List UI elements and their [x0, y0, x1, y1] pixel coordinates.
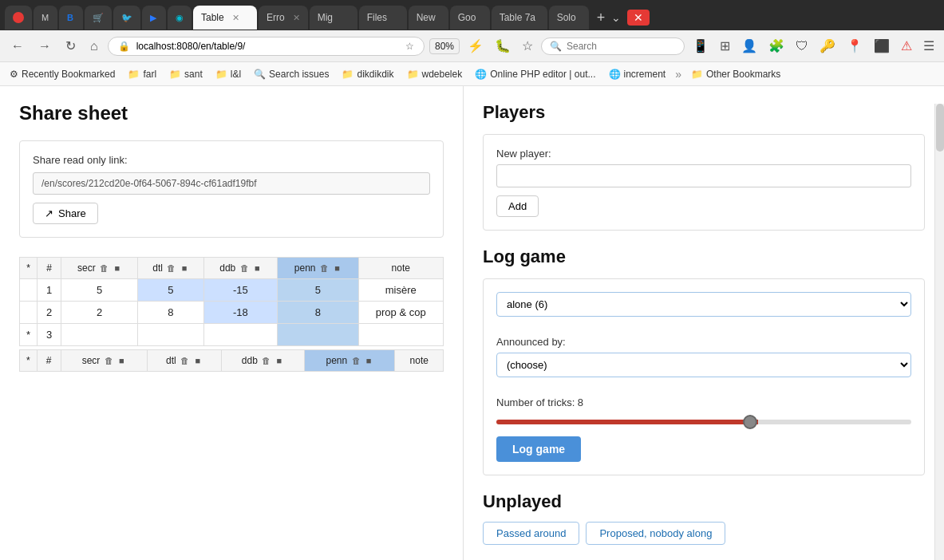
bug-icon[interactable]: 🐛	[492, 37, 514, 55]
device-icon[interactable]: 📱	[689, 37, 712, 55]
right-panel: Players New player: Add Log game alone (…	[463, 86, 944, 560]
scrollbar-thumb[interactable]	[936, 104, 944, 152]
secr-edit-btn[interactable]: ■	[113, 263, 121, 273]
page-title: Share sheet	[19, 102, 444, 124]
announced-by-select[interactable]: (choose) Player 1 Player 2	[496, 353, 911, 377]
tab-nav[interactable]: ▶	[142, 6, 166, 30]
bookmark-dikdikdik[interactable]: 📁 dikdikdik	[338, 67, 397, 81]
account-icon[interactable]: 👤	[738, 37, 760, 55]
tricks-slider[interactable]	[496, 420, 911, 424]
new-tab-button[interactable]: +	[597, 10, 606, 26]
address-input[interactable]: localhost:8080/en/table/9/	[136, 41, 399, 52]
dtl2-edit-btn[interactable]: ■	[193, 356, 202, 365]
bookmark-sant[interactable]: 📁 sant	[166, 67, 206, 81]
shield-icon[interactable]: 🛡	[792, 37, 812, 55]
new-player-input[interactable]	[496, 164, 911, 187]
penn2-edit-btn[interactable]: ■	[365, 356, 373, 365]
proposed-nobody-along-button[interactable]: Proposed, nobody along	[586, 522, 725, 545]
share-label: Share read only link:	[33, 154, 430, 166]
qr-icon[interactable]: ⬛	[871, 37, 893, 55]
col2-hash: #	[37, 350, 61, 372]
tab-shop[interactable]: 🛒	[85, 6, 112, 30]
tab-gmail[interactable]: M	[34, 6, 57, 30]
col2-dtl: dtl 🗑 ■	[147, 350, 221, 372]
more-bookmarks-btn[interactable]: »	[675, 68, 681, 81]
browser-search-bar[interactable]: 🔍	[541, 37, 685, 55]
bookmark-farl[interactable]: 📁 farl	[124, 67, 160, 81]
password-icon[interactable]: 🔑	[816, 37, 839, 55]
extension-icon[interactable]: 🧩	[765, 37, 788, 55]
passed-around-button[interactable]: Passed around	[483, 522, 579, 545]
lightning-icon[interactable]: ⚡	[464, 37, 487, 55]
bookmark-php[interactable]: 🌐 Online PHP editor | out...	[472, 67, 598, 81]
bookmark-wdebelek-label: wdebelek	[422, 69, 463, 80]
tab-list-button[interactable]: ⌄	[611, 11, 621, 24]
secr-delete-btn[interactable]: 🗑	[98, 263, 110, 273]
bookmark-star-icon[interactable]: ☆	[405, 41, 414, 52]
grid-icon[interactable]: ⊞	[717, 37, 733, 55]
col-penn: penn 🗑 ■	[278, 258, 358, 279]
tab-circle[interactable]: ◉	[168, 6, 192, 30]
close-browser-button[interactable]: ✕	[627, 10, 650, 26]
tab-new[interactable]: New	[409, 6, 448, 30]
bookmark-other[interactable]: 📁 Other Bookmarks	[688, 67, 784, 81]
tab-table[interactable]: Table ✕	[193, 6, 257, 30]
tab-goo[interactable]: Goo	[450, 6, 490, 30]
dtl2-delete-btn[interactable]: 🗑	[179, 356, 191, 365]
ddb-delete-btn[interactable]: 🗑	[239, 263, 251, 273]
ddb-edit-btn[interactable]: ■	[253, 263, 262, 273]
forward-button[interactable]: →	[34, 37, 56, 55]
bookmark-search-issues[interactable]: 🔍 Search issues	[251, 67, 332, 81]
secr2-edit-btn[interactable]: ■	[117, 356, 126, 365]
home-button[interactable]: ⌂	[85, 37, 103, 55]
tab-mig[interactable]: Mig	[310, 6, 357, 30]
dtl-delete-btn[interactable]: 🗑	[165, 263, 177, 273]
add-player-button[interactable]: Add	[496, 195, 539, 217]
bookmark-ll[interactable]: 📁 l&l	[212, 67, 244, 81]
share-link-input[interactable]	[33, 172, 430, 195]
bookmark-increment[interactable]: 🌐 increment	[606, 67, 669, 81]
tab-solo[interactable]: Solo	[549, 6, 589, 30]
secr2-delete-btn[interactable]: 🗑	[103, 356, 115, 365]
star-icon[interactable]: ☆	[519, 37, 536, 55]
tab-blue[interactable]: B	[59, 6, 83, 30]
penn2-delete-btn[interactable]: 🗑	[350, 356, 362, 365]
dtl-edit-btn[interactable]: ■	[180, 263, 189, 273]
tab-erro[interactable]: Erro ✕	[259, 6, 308, 30]
row1-note: misère	[358, 279, 444, 302]
tab-files[interactable]: Files	[359, 6, 407, 30]
row1-penn: 5	[278, 279, 358, 302]
bookmarks-bar: ⚙ Recently Bookmarked 📁 farl 📁 sant 📁 l&…	[0, 62, 944, 86]
penn-delete-btn[interactable]: 🗑	[318, 263, 330, 273]
game-type-select[interactable]: alone (6) alone (7) alone (8) together m…	[496, 292, 911, 317]
row2-star	[20, 302, 38, 324]
address-bar[interactable]: 🔒 localhost:8080/en/table/9/ ☆	[108, 37, 425, 56]
folder-icon-wde: 📁	[407, 69, 419, 80]
reload-button[interactable]: ↻	[61, 37, 81, 55]
tab-b[interactable]	[5, 6, 32, 30]
ddb2-edit-btn[interactable]: ■	[275, 356, 284, 365]
zoom-badge[interactable]: 80%	[429, 38, 460, 54]
penn-edit-btn[interactable]: ■	[333, 263, 342, 273]
location-pin-icon[interactable]: 📍	[843, 37, 866, 55]
bookmark-recently-label: Recently Bookmarked	[22, 69, 115, 80]
back-button[interactable]: ←	[6, 37, 29, 55]
menu-icon[interactable]: ☰	[920, 37, 938, 55]
tab-table7[interactable]: Table 7a	[492, 6, 547, 30]
ddb2-delete-btn[interactable]: 🗑	[260, 356, 272, 365]
bookmark-wdebelek[interactable]: 📁 wdebelek	[404, 67, 466, 81]
warning-icon[interactable]: ⚠	[898, 37, 915, 55]
page-content: Share sheet Share read only link: ↗ Shar…	[0, 86, 944, 560]
table-row: 2 2 8 -18 8 prop & cop	[20, 302, 444, 324]
tab-twitter[interactable]: 🐦	[113, 6, 140, 30]
share-button[interactable]: ↗ Share	[33, 203, 98, 224]
folder-icon-other: 📁	[691, 69, 703, 80]
tab-table7-label: Table 7a	[500, 12, 535, 23]
close-icon[interactable]: ✕	[232, 13, 239, 23]
browser-search-input[interactable]	[567, 41, 662, 52]
announced-by-field: Announced by: (choose) Player 1 Player 2	[496, 336, 911, 387]
log-game-button[interactable]: Log game	[496, 436, 581, 462]
bookmark-recently[interactable]: ⚙ Recently Bookmarked	[6, 67, 118, 81]
lock-icon: 🔒	[118, 41, 130, 52]
close-icon-erro[interactable]: ✕	[293, 13, 300, 23]
